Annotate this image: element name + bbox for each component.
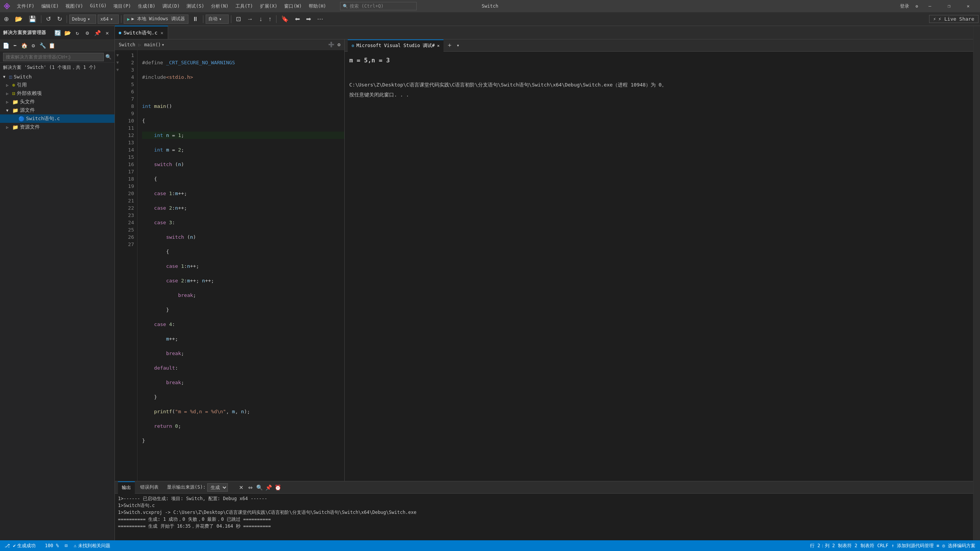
more-btn[interactable]: ⋯ (315, 14, 326, 24)
new-file-btn[interactable]: ⊕ (2, 14, 11, 24)
menu-help[interactable]: 帮助(H) (306, 2, 329, 10)
status-source-control[interactable]: ↑ 添加到源代码管理 ≡ (890, 543, 941, 549)
prev-bookmark-btn[interactable]: ⬅ (293, 14, 302, 24)
restore-btn[interactable]: ❐ (940, 0, 958, 12)
status-encoding[interactable]: CRLF (876, 543, 890, 549)
output-clear-btn[interactable]: ✕ (237, 483, 245, 492)
close-btn[interactable]: ✕ (959, 0, 977, 12)
menu-git[interactable]: Git(G) (87, 2, 110, 10)
output-tab-output[interactable]: 输出 (118, 481, 135, 494)
search-box[interactable]: 🔍 搜索 (Ctrl+Q) (340, 2, 417, 10)
bookmark-btn[interactable]: 🔖 (279, 14, 291, 24)
console-add-tab-btn[interactable]: ＋ (445, 41, 454, 50)
step-over-btn[interactable]: → (245, 14, 255, 24)
tree-item-source-files[interactable]: ▼ 📁 源文件 (0, 106, 115, 114)
output-toolbar: ✕ ⇔ 🔍 📌 ⏰ (236, 483, 284, 492)
collapse-all-btn[interactable]: ➕ (328, 42, 334, 47)
output-tab-errors[interactable]: 错误列表 (136, 481, 162, 494)
sidebar-toolbar-icon3[interactable]: 🏠 (20, 41, 28, 50)
status-encoding-select[interactable]: ◎ 选择编码方案 (941, 543, 977, 549)
console-tab-debug[interactable]: ⚙ Microsoft Visual Studio 调试# ✕ (348, 39, 443, 52)
settings-icon[interactable]: ⚙ (914, 4, 919, 9)
zoom-label: 100 % (45, 543, 59, 548)
menu-build[interactable]: 生成(B) (135, 2, 159, 10)
filter-icon[interactable]: ⚙ (83, 29, 92, 37)
headers-label: 头文件 (20, 98, 35, 105)
tree-item-resource-files[interactable]: ▷ 📁 资源文件 (0, 123, 115, 131)
status-build-success[interactable]: ✔ 生成成功 (11, 543, 37, 549)
config-dropdown[interactable]: Debug ▾ (69, 15, 96, 24)
status-zoom[interactable]: 100 % (43, 543, 60, 548)
status-line-col[interactable]: 行 2：列 2 (808, 543, 836, 549)
console-tab-icon: ⚙ (352, 43, 354, 48)
console-tab-close[interactable]: ✕ (437, 43, 440, 48)
menu-analyze[interactable]: 分析(N) (208, 2, 232, 10)
console-output-path: C:\Users\Z\Desktop\C语言课堂代码实践\C语言初阶\分支语句\… (349, 81, 969, 89)
menu-edit[interactable]: 编辑(E) (38, 2, 62, 10)
code-line: case 1:m++; (142, 190, 344, 197)
refresh-icon[interactable]: ↻ (73, 29, 82, 37)
tree-item-switch-c[interactable]: 🔵 Switch语句.c (0, 114, 115, 123)
output-find-btn[interactable]: 🔍 (255, 483, 264, 492)
step-out-btn[interactable]: ↑ (266, 14, 274, 24)
status-indent[interactable]: 制表符 (859, 543, 876, 549)
sync-icon[interactable]: 🔄 (53, 29, 62, 37)
sidebar-search-input[interactable] (3, 53, 104, 61)
tree-item-refs[interactable]: ▷ ⊕ 引用 (0, 81, 115, 89)
output-source-select[interactable]: 生成 (207, 483, 228, 492)
status-tab-size[interactable]: 制表符 2 (836, 543, 859, 549)
code-content[interactable]: #define _CRT_SECURE_NO_WARNINGS #include… (137, 50, 344, 481)
output-pin-btn[interactable]: 📌 (265, 483, 273, 492)
open-btn[interactable]: 📂 (13, 14, 25, 24)
sidebar-toolbar-icon6[interactable]: 📋 (47, 41, 56, 50)
tree-item-header-files[interactable]: ▷ 📁 头文件 (0, 98, 115, 106)
tree-item-solution[interactable]: ▼ ◫ Switch (0, 72, 115, 81)
tab-close-btn[interactable]: ✕ (160, 29, 164, 36)
menu-tools[interactable]: 工具(T) (232, 2, 256, 10)
settings-code-icon[interactable]: ⚙ (337, 42, 340, 47)
menu-test[interactable]: 测试(S) (183, 2, 207, 10)
menu-ext[interactable]: 扩展(X) (257, 2, 281, 10)
menu-debug[interactable]: 调试(D) (159, 2, 183, 10)
save-all-btn[interactable]: 💾 (26, 14, 39, 24)
editor-tab-bar: ● Switch语句.c ✕ (115, 26, 973, 39)
output-clock-btn[interactable]: ⏰ (274, 483, 282, 492)
close-sidebar-icon[interactable]: ✕ (103, 29, 111, 37)
sidebar-toolbar-icon2[interactable]: ⬅ (11, 41, 19, 50)
status-warning[interactable]: ⚠ 未找到相关问题 (72, 543, 112, 549)
sidebar-toolbar-icon4[interactable]: ⚙ (29, 41, 38, 50)
next-bookmark-btn[interactable]: ➡ (304, 14, 313, 24)
output-panel: 输出 错误列表 显示输出来源(S): 生成 ✕ ⇔ 🔍 📌 ⏰ 1>---- (115, 481, 973, 540)
minimize-btn[interactable]: — (921, 0, 939, 12)
attach-debugger-btn[interactable]: ⏸ (190, 14, 201, 24)
status-cursor[interactable]: ⊡ (63, 543, 69, 548)
status-git-icon[interactable]: ⎇ (3, 543, 11, 549)
menu-view[interactable]: 视图(V) (62, 2, 86, 10)
sidebar-toolbar-icon5[interactable]: 🔧 (38, 41, 47, 50)
auto-dropdown[interactable]: 自动 ▾ (206, 15, 229, 24)
pin-icon[interactable]: 📌 (93, 29, 101, 37)
folder-open-icon[interactable]: 📂 (63, 29, 72, 37)
undo-btn[interactable]: ↺ (44, 14, 53, 24)
menu-project[interactable]: 项目(P) (110, 2, 134, 10)
tree-item-external-deps[interactable]: ▷ ⊡ 外部依赖项 (0, 89, 115, 98)
account-btn[interactable]: 登录 (897, 3, 912, 10)
run-debugger-btn[interactable]: ▶ ▶ 本地 Windows 调试器 (124, 15, 188, 24)
editor-tab-switch-c[interactable]: ● Switch语句.c ✕ (115, 26, 168, 39)
output-wrap-btn[interactable]: ⇔ (246, 483, 255, 492)
sidebar-search-icon[interactable]: 🔍 (105, 54, 111, 60)
code-breadcrumb: Switch ▷ main() ▾ ➕ ⚙ (115, 39, 344, 50)
code-line: { (142, 117, 344, 124)
menu-window[interactable]: 窗口(W) (281, 2, 305, 10)
console-dropdown-btn[interactable]: ▾ (456, 42, 460, 48)
live-share-btn[interactable]: ⚡ ⚡ Live Share (929, 15, 978, 23)
breadcrumb-dropdown[interactable]: main() ▾ (144, 42, 165, 47)
menu-file[interactable]: 文件(F) (14, 2, 38, 10)
sidebar-toolbar-icon1[interactable]: 📄 (2, 41, 10, 50)
step-into-btn[interactable]: ↓ (257, 14, 265, 24)
code-line: case 4: (142, 321, 344, 328)
breakpoints-btn[interactable]: ⊡ (234, 14, 243, 24)
resource-label: 资源文件 (20, 124, 40, 130)
redo-btn[interactable]: ↻ (55, 14, 64, 24)
arch-dropdown[interactable]: x64 ▾ (98, 15, 119, 24)
